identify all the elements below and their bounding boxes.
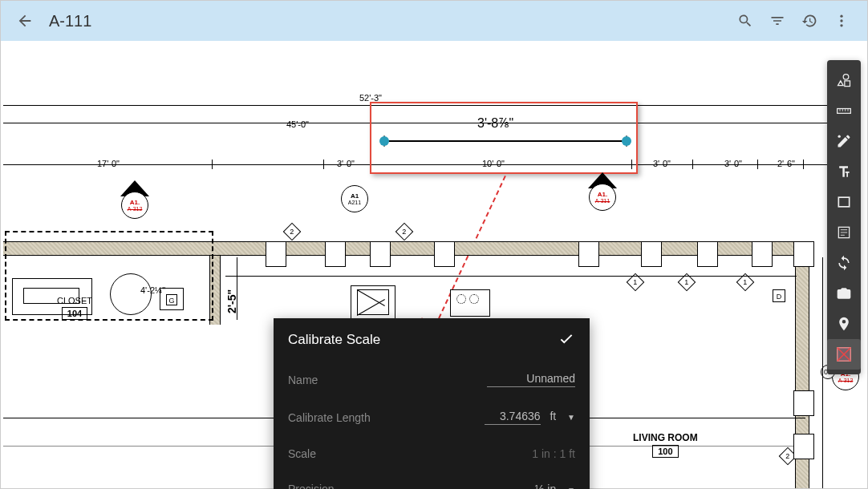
diamond-marker: 2 — [283, 223, 302, 241]
shapes-icon — [836, 72, 852, 88]
tool-ruler[interactable] — [827, 95, 861, 126]
tool-sync[interactable] — [827, 248, 861, 278]
filter-button[interactable] — [761, 5, 793, 37]
tool-text[interactable] — [827, 156, 861, 187]
tool-shapes[interactable] — [827, 65, 861, 95]
tool-pin[interactable] — [827, 309, 861, 339]
check-icon — [558, 329, 575, 347]
pin-icon — [836, 316, 852, 332]
page-title: A-111 — [49, 12, 91, 30]
panel-row-name: Name Unnamed — [274, 361, 590, 398]
sync-icon — [836, 255, 852, 271]
back-button[interactable] — [10, 6, 39, 35]
grid-icon — [835, 346, 853, 363]
window-frame — [641, 241, 662, 267]
panel-label: Scale — [288, 447, 532, 460]
unit-label: ft — [550, 410, 556, 422]
scale-value: 1 in : 1 ft — [532, 447, 575, 460]
measure-handle-right[interactable] — [622, 136, 631, 146]
measurement-highlight — [370, 102, 638, 174]
more-vert-icon — [834, 13, 850, 29]
room-tag-living: LIVING ROOM 100 — [633, 432, 698, 458]
rectangle-icon — [836, 194, 852, 210]
panel-label: Name — [288, 374, 487, 386]
dim-text: 17'-0" — [97, 159, 120, 168]
measurement-value: 3'-8⅞" — [477, 116, 513, 131]
search-icon — [737, 13, 753, 29]
svg-point-8 — [838, 135, 841, 138]
camera-icon — [836, 285, 852, 301]
dim-text: 2'-6" — [777, 159, 795, 168]
svg-rect-9 — [838, 197, 849, 207]
window-frame — [793, 241, 814, 267]
window-frame — [578, 241, 599, 267]
name-input[interactable]: Unnamed — [487, 372, 575, 387]
measure-handle-left[interactable] — [379, 136, 389, 146]
closet-tag: G — [166, 294, 177, 305]
arrow-left-icon — [16, 12, 34, 30]
length-input[interactable]: 3.74636 — [485, 410, 541, 425]
line — [225, 276, 797, 277]
filter-icon — [769, 13, 785, 29]
dim-line — [822, 257, 823, 488]
room-tag-closet: CLOSET 104 — [57, 296, 92, 320]
window-frame — [793, 390, 814, 416]
dim-text: 45'-0" — [286, 119, 309, 129]
dim-text: 4'-2¼" — [140, 285, 165, 295]
markup-toolbar — [827, 60, 861, 374]
measurement-line[interactable] — [384, 140, 627, 142]
pencil-icon — [836, 133, 852, 149]
tool-rectangle[interactable] — [827, 187, 861, 217]
tag-marker: D — [773, 289, 785, 302]
top-bar: A-111 — [1, 1, 867, 41]
svg-point-0 — [840, 15, 842, 18]
unit-dropdown[interactable]: ▼ — [567, 413, 575, 422]
panel-row-precision: Precision ⅛ in ▼ — [274, 471, 590, 489]
dim-text: 3'-0" — [724, 159, 742, 168]
fixture — [450, 289, 490, 317]
window-frame — [697, 241, 718, 267]
tool-draw[interactable] — [827, 126, 861, 156]
calibrate-scale-panel: Calibrate Scale Name Unnamed Calibrate L… — [274, 318, 590, 489]
tool-note[interactable] — [827, 217, 861, 248]
dim-text: 3'-0" — [653, 159, 671, 168]
panel-label: Calibrate Length — [288, 411, 485, 424]
precision-value: ⅛ in — [535, 483, 556, 489]
window-frame — [266, 241, 286, 267]
panel-row-scale: Scale 1 in : 1 ft — [274, 436, 590, 471]
diamond-marker: 2 — [395, 223, 414, 241]
window-frame — [370, 241, 391, 267]
svg-rect-3 — [838, 109, 851, 114]
history-icon — [801, 13, 817, 29]
dim-text: 3'-0" — [337, 159, 355, 168]
more-button[interactable] — [825, 5, 858, 37]
confirm-button[interactable] — [558, 329, 575, 350]
text-icon — [836, 164, 852, 180]
svg-point-1 — [840, 19, 842, 22]
note-icon — [836, 224, 852, 240]
tool-camera[interactable] — [827, 278, 861, 309]
precision-dropdown[interactable]: ▼ — [567, 486, 575, 489]
window-frame — [434, 241, 455, 267]
history-button[interactable] — [793, 5, 825, 37]
window-frame — [793, 434, 814, 459]
tool-calibrate[interactable] — [827, 339, 861, 370]
panel-label: Precision — [288, 483, 535, 489]
window-frame — [325, 241, 346, 267]
window-frame — [752, 241, 773, 267]
svg-point-2 — [840, 24, 842, 26]
ruler-icon — [836, 103, 852, 119]
search-button[interactable] — [729, 5, 761, 37]
panel-row-length: Calibrate Length 3.74636 ft ▼ — [274, 398, 590, 436]
panel-title: Calibrate Scale — [288, 332, 558, 348]
